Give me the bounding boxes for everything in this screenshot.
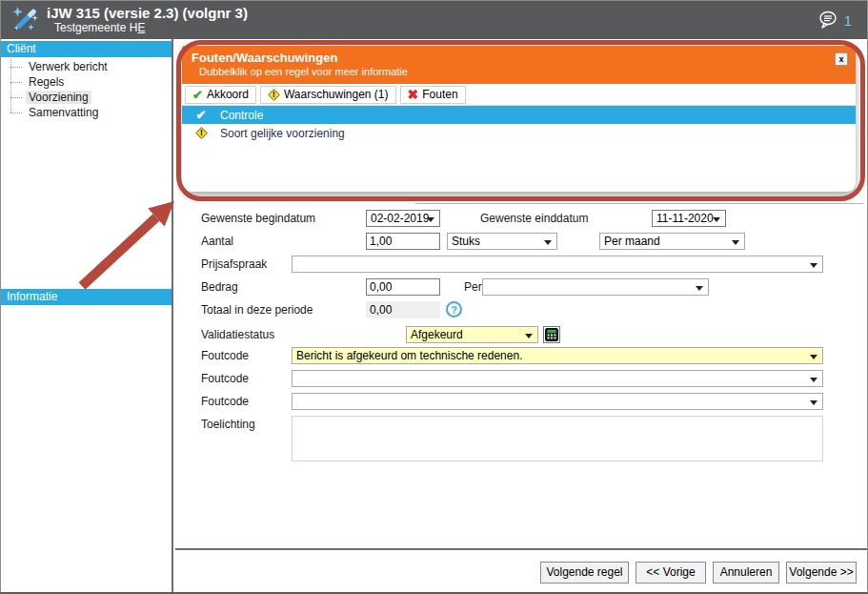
messages-count[interactable]: 1 (844, 12, 852, 29)
einddatum-label: Gewenste einddatum (480, 210, 588, 227)
app-subtitle: Testgemeente HE (47, 22, 818, 35)
sidebar-item-voorziening[interactable]: Voorziening (9, 90, 111, 105)
help-question-icon[interactable]: ? (446, 301, 462, 317)
totaal-label: Totaal in deze periode (201, 301, 313, 318)
toelichting-label: Toelichting (201, 416, 255, 433)
foutcode1-combobox[interactable]: Bericht is afgekeurd om technische reden… (292, 347, 823, 364)
svg-text:!: ! (200, 128, 203, 137)
sidebar-item-samenvatting[interactable]: Samenvatting (9, 105, 111, 120)
begindatum-datepicker[interactable]: 02-02-2019 (366, 210, 440, 227)
red-x-icon: ✖ (408, 87, 419, 102)
foutcode3-combobox[interactable] (292, 393, 823, 410)
calculator-button[interactable] (543, 326, 560, 343)
eenheid-combobox[interactable]: Stuks (447, 233, 557, 250)
annuleren-button[interactable]: Annuleren (713, 562, 779, 584)
magic-wand-icon (10, 6, 39, 34)
totaal-readonly-field (366, 301, 440, 318)
dialog-toolbar: ✔ Akkoord ! Waarschuwingen (1) ✖ Fouten (182, 84, 856, 106)
sidebar: Cliënt Verwerk bericht Regels Voorzienin… (1, 39, 173, 594)
svg-text:!: ! (273, 90, 275, 99)
application-window: iJW 315 (versie 2.3) (volgnr 3) Testgeme… (0, 0, 868, 594)
titlebar: iJW 315 (versie 2.3) (volgnr 3) Testgeme… (1, 1, 867, 39)
calculator-icon (545, 328, 558, 341)
dialog-title: Fouten/Waarschuwingen (192, 51, 846, 65)
per-label: Per (464, 278, 482, 296)
bedrag-label: Bedrag (201, 278, 238, 296)
dialog-subtitle: Dubbelklik op een regel voor meer inform… (192, 66, 846, 77)
dialog-row-soort-gelijke-voorziening[interactable]: ! Soort gelijke voorziening (182, 124, 856, 142)
sidebar-item-regels[interactable]: Regels (9, 74, 111, 90)
foutcode2-label: Foutcode (201, 370, 249, 387)
foutcode2-combobox[interactable] (292, 370, 823, 387)
sidebar-header-client[interactable]: Cliënt (1, 41, 172, 57)
vorige-button[interactable]: << Vorige (636, 562, 706, 584)
obscured-field-edge (415, 203, 863, 206)
aantal-label: Aantal (201, 233, 233, 250)
foutcode1-label: Foutcode (201, 347, 249, 364)
begindatum-label: Gewenste begindatum (201, 210, 315, 227)
waarschuwingen-button[interactable]: ! Waarschuwingen (1) (260, 86, 396, 104)
prijsafspraak-combobox[interactable] (292, 256, 823, 273)
fouten-waarschuwingen-dialog: Fouten/Waarschuwingen Dubbelklik op een … (182, 46, 856, 192)
frequentie-combobox[interactable]: Per maand (599, 233, 745, 250)
green-check-icon: ✔ (192, 88, 203, 102)
aantal-input[interactable] (366, 233, 440, 250)
footer-separator (175, 548, 867, 550)
warning-diamond-icon: ! (268, 89, 280, 101)
app-title: iJW 315 (versie 2.3) (volgnr 3) (47, 5, 818, 21)
sidebar-header-informatie[interactable]: Informatie (1, 289, 172, 305)
akkoord-button[interactable]: ✔ Akkoord (185, 86, 256, 104)
validatiestatus-label: Validatiestatus (201, 326, 274, 343)
einddatum-datepicker[interactable]: 11-11-2020 (652, 210, 726, 227)
per-combobox[interactable] (482, 278, 709, 296)
messages-icon[interactable] (818, 10, 838, 31)
dialog-header: Fouten/Waarschuwingen Dubbelklik op een … (182, 46, 856, 84)
white-check-icon: ✔ (182, 108, 220, 122)
close-icon[interactable]: x (835, 52, 848, 66)
prijsafspraak-label: Prijsafspraak (201, 256, 267, 273)
validatiestatus-combobox[interactable]: Afgekeurd (406, 326, 538, 343)
sidebar-tree: Verwerk bericht Regels Voorziening Samen… (9, 59, 111, 120)
fouten-button[interactable]: ✖ Fouten (400, 86, 466, 104)
bedrag-input[interactable] (366, 278, 440, 296)
volgende-regel-button[interactable]: Volgende regel (540, 562, 629, 584)
warning-diamond-icon: ! (182, 127, 220, 140)
foutcode3-label: Foutcode (201, 393, 249, 410)
toelichting-textarea[interactable] (292, 416, 823, 461)
dialog-row-controle[interactable]: ✔ Controle (182, 106, 856, 124)
volgende-button[interactable]: Volgende >> (786, 562, 857, 584)
sidebar-item-verwerk-bericht[interactable]: Verwerk bericht (9, 59, 111, 74)
